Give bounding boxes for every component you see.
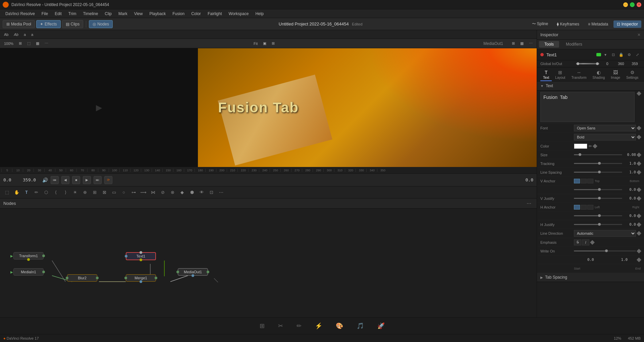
pan-tool[interactable]: ✋ [12, 188, 21, 197]
viewer-layout-toggle[interactable]: ▦ [34, 41, 41, 46]
emphasis-strikethrough-button[interactable]: S̶ [574, 239, 581, 245]
viewer-right-icon2[interactable]: ▦ [518, 41, 526, 46]
text-tool-ab2[interactable]: Ab [12, 32, 20, 37]
viewer-icon-screen[interactable]: ⬚ [25, 41, 33, 46]
tab-modifiers[interactable]: Modifiers [560, 41, 588, 48]
h-anchor-center[interactable] [581, 205, 587, 210]
v-anchor-top-right[interactable] [587, 179, 593, 183]
inout-left-handle[interactable] [577, 62, 579, 65]
nav-fairlight[interactable]: 🎵 [357, 322, 364, 330]
grid-tool[interactable]: ⊗ [168, 188, 177, 197]
write-on-end-keyframe[interactable] [637, 257, 641, 262]
write-on-keyframe-button[interactable] [637, 248, 641, 253]
select-tool[interactable]: ⬚ [3, 188, 11, 197]
viewer-right-icon1[interactable]: ⊞ [510, 41, 517, 46]
node-view-icon[interactable]: ⊡ [610, 51, 616, 58]
line-spacing-keyframe-button[interactable] [637, 170, 641, 174]
line-direction-select[interactable]: Automatic [574, 230, 636, 237]
node-status-dropdown[interactable]: ▼ [604, 53, 607, 57]
h-justify-keyframe-button[interactable] [637, 222, 641, 227]
font-style-select[interactable]: Bold [574, 134, 636, 140]
poly-tool[interactable]: ⬡ [42, 188, 50, 197]
go-to-start-button[interactable]: ⏮ [51, 176, 59, 184]
stop-button[interactable]: ■ [72, 176, 80, 184]
h-anchor-keyframe-button[interactable] [637, 213, 641, 218]
maximize-button[interactable]: □ [630, 2, 635, 7]
node-transform1[interactable]: ▶ Transform1 [13, 252, 44, 260]
subtab-text[interactable]: T Text [540, 69, 552, 81]
text-tool[interactable]: T [22, 188, 31, 197]
clips-button[interactable]: ▤ Clips [62, 20, 84, 28]
text-tool-a1[interactable]: a [22, 32, 28, 37]
ellipse-tool[interactable]: ○ [119, 188, 128, 197]
warp-tool[interactable]: ⋈ [149, 188, 157, 197]
copy-tool[interactable]: ⊡ [207, 188, 216, 197]
paint-tool[interactable]: ✏ [32, 188, 41, 197]
play-button[interactable]: ▶ [83, 176, 91, 184]
menu-trim[interactable]: Trim [66, 11, 79, 17]
subtab-layout[interactable]: ⊞ Layout [552, 69, 568, 81]
keyframes-button[interactable]: ⧫ Keyframes [553, 20, 583, 28]
menu-clip[interactable]: Clip [102, 11, 114, 17]
font-family-select[interactable]: Open Sans [574, 125, 636, 131]
path-tool[interactable]: ⟿ [139, 188, 148, 197]
nodes-more-button[interactable]: ⋯ [525, 200, 533, 207]
text-section-header[interactable]: ▼ Text [537, 81, 644, 91]
menu-davinci[interactable]: DaVinci Resolve [3, 11, 38, 17]
text-content-input[interactable] [540, 92, 635, 122]
tracking-slider[interactable] [574, 163, 622, 164]
spline-button[interactable]: 〜 Spline [529, 20, 552, 28]
subtab-shading[interactable]: ◐ Shading [590, 69, 608, 81]
v-anchor-top-left[interactable] [574, 179, 580, 183]
mask-tool[interactable]: ⬢ [187, 188, 196, 197]
subtab-transform[interactable]: ↔ Transform [569, 69, 589, 81]
menu-fairlight[interactable]: Fairlight [205, 11, 225, 17]
menu-edit[interactable]: Edit [52, 11, 64, 17]
color-picker-icon[interactable]: ✏ [589, 144, 592, 149]
menu-file[interactable]: File [39, 11, 51, 17]
tab-tools[interactable]: Tools [539, 41, 559, 48]
line-direction-keyframe[interactable] [637, 231, 641, 236]
tracking-keyframe-button[interactable] [637, 161, 641, 166]
nav-color[interactable]: 🎨 [336, 322, 343, 330]
viewer-display-toggle[interactable]: ▣ [261, 41, 268, 46]
bezier-tool[interactable]: ⟩ [61, 188, 70, 197]
nav-media-pool[interactable]: ⊞ [260, 322, 265, 330]
menu-workspace[interactable]: Workspace [226, 11, 252, 17]
node-text1[interactable]: Text1 [126, 252, 156, 260]
blend-tool[interactable]: ⊘ [158, 188, 167, 197]
subtab-settings[interactable]: ⚙ Settings [624, 69, 641, 81]
viewer-icon-grid[interactable]: ⊞ [17, 41, 24, 46]
v-anchor-slider[interactable] [574, 189, 622, 190]
rectangle-tool[interactable]: ▭ [110, 188, 118, 197]
minimize-button[interactable]: — [623, 2, 628, 7]
h-anchor-slider[interactable] [574, 215, 622, 216]
media-pool-button[interactable]: ⊞ Media Pool [3, 20, 35, 28]
nav-fusion[interactable]: ⚡ [315, 322, 322, 330]
v-anchor-top-center[interactable] [581, 179, 587, 183]
pipe-tool[interactable]: ⊶ [129, 188, 138, 197]
v-anchor-keyframe-button[interactable] [637, 187, 641, 192]
subtab-image[interactable]: 🖼 Image [608, 69, 623, 81]
loop-button[interactable]: ⟳ [104, 176, 112, 184]
metadata-button[interactable]: ≡ Metadata [585, 20, 611, 28]
transform-tool2[interactable]: ⊞ [90, 188, 99, 197]
text-tool-a2[interactable]: a [29, 32, 35, 37]
fit-button[interactable]: Fit [252, 41, 260, 46]
viewer-quad-toggle[interactable]: ⊞ [270, 41, 277, 46]
menu-fusion[interactable]: Fusion [170, 11, 187, 17]
view-tool[interactable]: 👁 [197, 188, 206, 197]
inspector-close-icon[interactable]: ✕ [637, 33, 641, 37]
color-swatch[interactable] [574, 144, 587, 149]
nav-cut[interactable]: ✂ [278, 322, 283, 330]
node-expand-icon[interactable]: ⤢ [634, 51, 641, 58]
size-keyframe-button[interactable] [637, 152, 641, 157]
menu-help[interactable]: Help [253, 11, 266, 17]
emphasis-keyframe-button[interactable] [590, 240, 595, 244]
h-anchor-right[interactable] [587, 205, 593, 210]
global-inout-slider[interactable] [576, 63, 599, 64]
node-blur2[interactable]: Blur2 [67, 274, 97, 282]
node-lock-icon[interactable]: 🔒 [618, 51, 625, 58]
node-status-indicator[interactable] [596, 53, 601, 56]
line-spacing-slider[interactable] [574, 172, 622, 173]
